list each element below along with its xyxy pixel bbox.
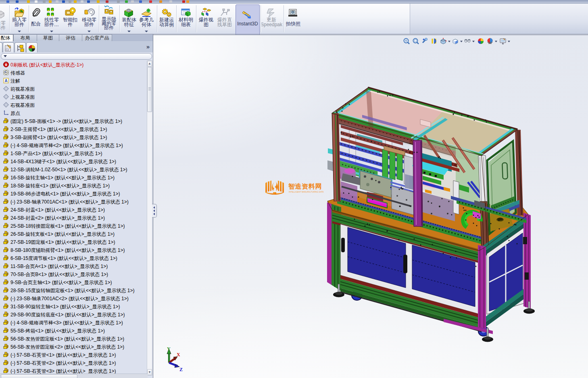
svg-text:Y: Y	[167, 346, 171, 352]
svg-text:X: X	[177, 352, 180, 357]
svg-text:Z: Z	[179, 367, 183, 372]
svg-text:A: A	[5, 79, 8, 83]
